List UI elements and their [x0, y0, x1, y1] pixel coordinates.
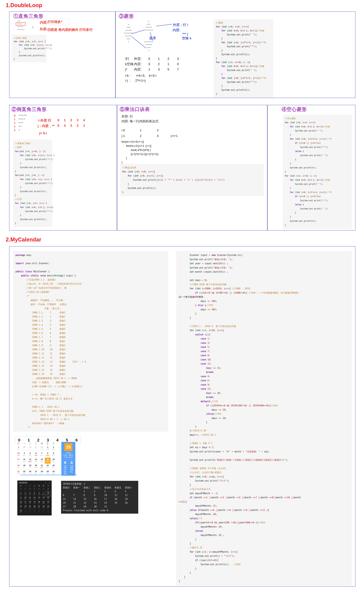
inner-note-values: 5 4 3 2 1: [58, 124, 87, 128]
calendar-day-cell[interactable]: 29廿七: [46, 505, 51, 509]
calendar-day-cell[interactable]: 7端午节: [41, 492, 46, 496]
calendar-day-cell[interactable]: 5初三: [32, 492, 37, 496]
yi-label: 宜: [64, 461, 66, 465]
weekday-header: 六: [46, 485, 51, 487]
almanac-item: 开光: [64, 465, 66, 467]
calendar-day-cell: 2廿六: [51, 445, 57, 452]
code-right-triangle[interactable]: //直角三角形 for (int j=0; j<5; j++) { for (i…: [12, 35, 46, 62]
calendar-day-cell[interactable]: 28廿六: [41, 505, 46, 509]
almanac-item: 出行: [64, 469, 66, 471]
calendar-day-cell[interactable]: 14十二: [41, 496, 46, 501]
loop-variable-table: i行外层:0123k空格内层:3210j*内层:1357: [125, 56, 187, 72]
calendar-day-cell: 21春分: [39, 464, 45, 470]
weekday-header: 六: [51, 442, 57, 445]
calendar-day-cell[interactable]: 8初六: [46, 492, 51, 496]
calendar-day-cell: 17十一: [15, 458, 21, 464]
calendar-day-cell[interactable]: 1廿九: [23, 509, 28, 514]
calendar-day-cell[interactable]: 21夏至: [41, 501, 46, 505]
calendar-day-cell: 27廿三: [33, 445, 39, 452]
outer-row-note-values: 0 1 2 3 4: [58, 118, 87, 122]
panel-inverted-triangle: ②倒直角三角形 0*****1****2***3**4* i:外层 行 0 1 …: [9, 105, 117, 230]
lunar-month-day: 丁卯月 辛亥日: [62, 456, 75, 458]
dark-calendar-widget: 2019年6月 ∧ ∨ 日一二三四五六26廿二27廿三28廿四29廿五30廿六3…: [17, 480, 52, 516]
panel-hollow-diamond: ④空心菱形 //空心菱形 for (int i=0; i<4; i++){ fo…: [267, 105, 356, 230]
weekday-header: 一: [21, 442, 27, 445]
calendar-day-cell: 1廿五: [45, 445, 51, 452]
console-calendar-row: 2728293031: [63, 505, 136, 509]
calendar-day-cell: 28廿四: [39, 445, 45, 452]
calendar-day-cell[interactable]: 22二十: [46, 501, 51, 505]
calendar-day-cell[interactable]: 26廿二: [19, 487, 23, 492]
calendar-day-cell[interactable]: 12初十: [32, 496, 37, 501]
lunar-year: 己亥年 【猪年】: [62, 454, 75, 456]
calendar-day-cell: 22十六: [45, 464, 51, 470]
calendar-day-cell[interactable]: 16十四: [19, 501, 23, 505]
calendar-day-cell: 5廿九: [27, 452, 33, 458]
inner-star-label: *** j: [182, 32, 188, 36]
code-mycalendar-right[interactable]: Scanner input = new Scanner(System.in); …: [176, 251, 352, 585]
code-diamond[interactable]: //菱形 for (int i=0; i<4; i++){ for (int k…: [214, 19, 273, 98]
almanac-item: 嫁娶: [70, 467, 73, 469]
calendar-day-cell[interactable]: 27廿三: [23, 487, 28, 492]
weekday-header: 五: [41, 485, 46, 487]
almanac-item: 安葬: [70, 469, 73, 471]
calendar-day-cell[interactable]: 5初三: [41, 509, 46, 514]
calendar-day-cell[interactable]: 3六月: [32, 509, 37, 514]
calendar-day-cell: 14初八: [39, 458, 45, 464]
calendar-day-cell[interactable]: 18十六: [28, 501, 32, 505]
panel-diamond: ③菱形 * *** ***** ******* ***** *** * * **…: [116, 11, 356, 98]
console-calendar-row: 13141516171819: [63, 497, 136, 501]
calendar-day-cell[interactable]: 2廿九: [19, 492, 23, 496]
formula-note: j= 5-i: [39, 131, 47, 135]
calendar-day-cell[interactable]: 24廿二: [23, 505, 28, 509]
weekday-header: 四: [37, 485, 41, 487]
calendar-day-cell[interactable]: 31廿七: [41, 487, 46, 492]
calendar-day-cell[interactable]: 6初四: [46, 509, 51, 514]
calendar-day-cell[interactable]: 20十八: [37, 501, 41, 505]
calendar-day-cell[interactable]: 25廿三: [28, 505, 32, 509]
calendar-day-cell[interactable]: 11初九: [28, 496, 32, 501]
calendar-day-cell: 23十七: [51, 464, 57, 470]
calendar-day-cell[interactable]: 30廿六: [37, 487, 41, 492]
calendar-day-cell[interactable]: 26廿四: [32, 505, 37, 509]
code-multiplication-table[interactable]: //乘法口诀表 for (int i=0; i<9; i++){ for (in…: [120, 164, 264, 196]
outer-note: 外部: 行: [122, 114, 133, 118]
calendar-day-cell[interactable]: 3五月: [23, 492, 28, 496]
calendar-day-cell[interactable]: 27廿五: [37, 505, 41, 509]
red-highlight-box: [16, 22, 26, 26]
section-title-mycalendar: 2.MyCalendar: [6, 236, 41, 243]
code-mycalendar-left[interactable]: package exp; import java.util.Scanner; p…: [13, 251, 168, 432]
code-hollow-diamond[interactable]: //空心菱形 for (int i=0; i<4; i++){ for (int…: [283, 115, 352, 229]
calendar-day-cell[interactable]: 17十五: [23, 501, 28, 505]
calendar-day-cell[interactable]: 6芒种: [37, 492, 41, 496]
inner-space-label: 空格 k: [182, 36, 191, 40]
console-calendar-row: 6789101112: [63, 493, 136, 497]
calendar-day-cell[interactable]: 10初八: [23, 496, 28, 501]
weekday-header: 三: [32, 485, 37, 487]
calendar-day-cell[interactable]: 19十七: [32, 501, 37, 505]
calendar-day-cell[interactable]: 4初二: [37, 509, 41, 514]
calendar-day-cell[interactable]: 2三十: [28, 509, 32, 514]
calendar-day-cell[interactable]: 29廿五: [32, 487, 37, 492]
inner-loop-textbox[interactable]: 打印很多*: [46, 19, 69, 25]
calendar-day-cell[interactable]: 30廿八: [19, 509, 23, 514]
calendar-day-cell[interactable]: 1廿八: [46, 487, 51, 492]
calendar-day-cell[interactable]: 9初七: [19, 496, 23, 501]
calendar-prev-icon[interactable]: ∧: [45, 482, 46, 484]
calendar-day-cell[interactable]: 15十三: [46, 496, 51, 501]
calendar-day-cell[interactable]: 4初二: [28, 492, 32, 496]
calendar-day-cell: 18十二: [21, 464, 27, 470]
calendar-day-cell[interactable]: 23廿一: [19, 505, 23, 509]
code-inverted-triangle[interactable]: //倒直角三角形 //逆序 for(int j=4; j>=0; j--){ f…: [13, 139, 52, 227]
calendar-day-cell[interactable]: 13十一: [37, 496, 41, 501]
almanac-item: 求嗣: [64, 467, 66, 469]
calendar-day-cell[interactable]: 28廿四: [28, 487, 32, 492]
console-result-line: 2020年1月是星期: 2: [63, 482, 136, 486]
weekday-header: 二: [27, 442, 33, 445]
weekday-header: 五: [45, 442, 51, 445]
calendar-next-icon[interactable]: ∨: [49, 482, 50, 484]
calendar-day-cell: 25廿一: [21, 445, 27, 452]
calendar-day-cell: 6惊蛰: [33, 452, 39, 458]
calendar-day-cell: 20十四: [33, 464, 39, 470]
yi-list: 开光求嗣出行纳采冠笄: [64, 465, 66, 475]
